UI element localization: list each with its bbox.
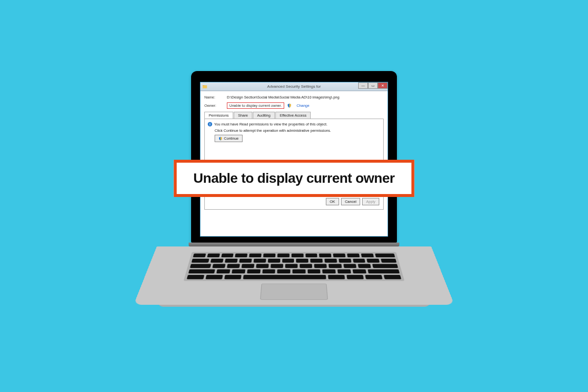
tab-permissions[interactable]: Permissions	[204, 112, 233, 119]
owner-row: Owner: Unable to display current owner. …	[204, 102, 384, 109]
window-controls: — ▭ ✕	[358, 82, 388, 89]
dialog-buttons: OK Cancel Apply	[326, 198, 379, 205]
owner-label: Owner:	[204, 103, 224, 108]
name-value: D:\Design Section\Social Media\Social Me…	[227, 95, 340, 99]
laptop-hinge	[189, 243, 399, 246]
minimize-button[interactable]: —	[358, 82, 368, 89]
name-row: Name: D:\Design Section\Social Media\Soc…	[204, 95, 384, 99]
continue-button-label: Continue	[224, 136, 239, 141]
laptop-base	[134, 246, 455, 305]
tabs: Permissions Share Auditing Effective Acc…	[204, 112, 384, 119]
maximize-button[interactable]: ▭	[368, 82, 378, 89]
cancel-button[interactable]: Cancel	[341, 198, 360, 205]
titlebar: Advanced Security Settings for — ▭ ✕	[200, 82, 388, 91]
owner-value: Unable to display current owner.	[227, 102, 284, 109]
apply-button[interactable]: Apply	[362, 198, 379, 205]
tab-share[interactable]: Share	[234, 112, 252, 119]
screen: Advanced Security Settings for — ▭ ✕ Nam…	[200, 82, 388, 237]
info-line: i You must have Read permissions to view…	[208, 122, 380, 126]
folder-icon	[202, 84, 207, 89]
touchpad	[260, 284, 328, 300]
shield-icon	[287, 103, 292, 108]
shield-icon	[219, 137, 222, 141]
error-banner: Unable to display current owner	[174, 160, 415, 197]
keyboard	[183, 252, 404, 281]
info-icon: i	[208, 122, 212, 126]
tab-effective-access[interactable]: Effective Access	[275, 112, 311, 119]
error-banner-text: Unable to display current owner	[194, 171, 395, 186]
tab-auditing[interactable]: Auditing	[253, 112, 275, 119]
close-button[interactable]: ✕	[378, 82, 388, 89]
screen-bezel: Advanced Security Settings for — ▭ ✕ Nam…	[191, 71, 397, 243]
continue-text: Click Continue to attempt the operation …	[215, 128, 380, 133]
window-title: Advanced Security Settings for	[267, 84, 320, 89]
change-owner-link[interactable]: Change	[296, 103, 309, 108]
name-label: Name:	[204, 95, 224, 99]
continue-button[interactable]: Continue	[215, 135, 243, 142]
info-text: You must have Read permissions to view t…	[214, 122, 327, 126]
ok-button[interactable]: OK	[326, 198, 339, 205]
